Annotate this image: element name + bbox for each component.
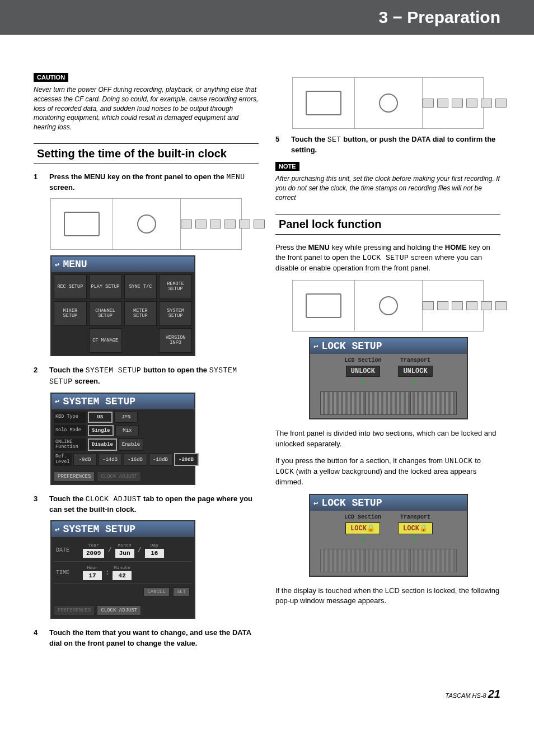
lock-setup-title: LOCK SETUP: [310, 495, 467, 511]
transport-state-button[interactable]: UNLOCK: [398, 366, 432, 377]
menu-item[interactable]: MIXER SETUP: [54, 301, 87, 326]
caution-text: Never turn the power OFF during recordin…: [34, 85, 259, 132]
tab-preferences[interactable]: PREFERENCES: [54, 605, 95, 615]
lock-setup-title: LOCK SETUP: [310, 338, 467, 354]
device-illustration-2: [292, 77, 484, 129]
lock-setup-screen-unlock: LOCK SETUP LCD Section UNLOCK ⬇ Transpor…: [309, 337, 468, 419]
step-3: 3 Touch the CLOCK ADJUST tab to open the…: [34, 494, 259, 515]
lcd-section-label: LCD Section: [344, 357, 381, 363]
option-button[interactable]: Enable: [119, 438, 143, 451]
device-illustration-1: [50, 198, 242, 250]
device-illustration-3: [292, 280, 484, 332]
footer-brand: TASCAM HS-8: [446, 692, 486, 699]
option-button[interactable]: Disable: [88, 438, 117, 451]
minute-field[interactable]: 42: [113, 571, 132, 580]
step-number: 3: [34, 494, 41, 515]
system-setup-screen: SYSTEM SETUP KBD TypeUSJPNSolo ModeSingl…: [50, 393, 195, 485]
section-title-lock: Panel lock function: [275, 214, 500, 235]
lcd-section-label: LCD Section: [344, 514, 381, 520]
menu-item[interactable]: SYNC T/C: [124, 274, 157, 299]
option-button[interactable]: -14dB: [99, 453, 122, 466]
lock-icon: 🔒: [367, 525, 375, 533]
menu-screen-title: MENU: [51, 256, 194, 272]
menu-item[interactable]: REMOTE SETUP: [159, 274, 192, 299]
clock-adjust-screen: SYSTEM SETUP DATE Year2009 / MonthJun / …: [50, 520, 195, 619]
step-text: Touch the SYSTEM SETUP button to open th…: [49, 365, 259, 386]
clock-adjust-title: SYSTEM SETUP: [51, 521, 194, 537]
panel-diagram-dimmed: [320, 549, 456, 572]
option-button[interactable]: JPN: [114, 412, 138, 423]
step-text: Press the MENU key on the front panel to…: [49, 172, 259, 193]
hour-field[interactable]: 17: [83, 571, 102, 580]
step-number: 2: [34, 365, 41, 386]
panel-diagram: [320, 391, 456, 415]
menu-item[interactable]: PLAY SETUP: [89, 274, 122, 299]
system-setup-title: SYSTEM SETUP: [51, 394, 194, 409]
row-label: Ref. Level: [54, 453, 72, 466]
menu-item[interactable]: CHANNEL SETUP: [89, 301, 122, 326]
menu-screen: MENU REC SETUPPLAY SETUPSYNC T/CREMOTE S…: [50, 255, 195, 356]
time-label: TIME: [56, 570, 78, 576]
set-button[interactable]: SET: [173, 587, 190, 596]
lcd-section-state-button[interactable]: UNLOCK: [346, 366, 380, 377]
transport-label: Transport: [400, 514, 430, 520]
panel-lock-p2: The front panel is divided into two sect…: [275, 428, 500, 449]
month-field[interactable]: Jun: [115, 549, 134, 558]
step-5: 5 Touch the SET button, or push the DATA…: [275, 134, 500, 155]
menu-item[interactable]: METER SETUP: [124, 301, 157, 326]
panel-lock-p4: If the display is touched when the LCD s…: [275, 586, 500, 606]
page-footer: TASCAM HS-8 21: [0, 688, 534, 701]
lock-icon: 🔒: [419, 525, 428, 533]
cancel-button[interactable]: CANCEL: [143, 587, 169, 596]
step-text: Touch the item that you want to change, …: [49, 628, 259, 648]
arrow-down-icon: ⬇: [413, 536, 418, 545]
chapter-title: 3 − Preparation: [378, 8, 500, 26]
step-2: 2 Touch the SYSTEM SETUP button to open …: [34, 365, 259, 386]
transport-label: Transport: [400, 357, 430, 363]
arrow-down-icon: ⬇: [413, 379, 418, 388]
step-number: 4: [34, 628, 41, 648]
option-button[interactable]: US: [88, 412, 113, 423]
day-field[interactable]: 16: [145, 549, 164, 558]
transport-state-button[interactable]: LOCK🔒: [398, 522, 433, 534]
menu-item[interactable]: VERSION INFO: [159, 328, 192, 353]
step-1: 1 Press the MENU key on the front panel …: [34, 172, 259, 193]
chapter-header: 3 − Preparation: [0, 0, 534, 35]
page-number: 21: [488, 688, 500, 700]
section-title-clock: Setting the time of the built-in clock: [34, 143, 259, 164]
panel-lock-p1: Press the MENU key while pressing and ho…: [275, 242, 500, 274]
option-button[interactable]: -16dB: [124, 453, 147, 466]
menu-item: [54, 328, 87, 352]
tab-clock-adjust[interactable]: CLOCK ADJUST: [97, 605, 141, 615]
date-label: DATE: [56, 547, 78, 553]
note-label: NOTE: [275, 162, 299, 171]
lock-setup-screen-lock: LOCK SETUP LCD Section LOCK🔒 ⬇ Transport…: [309, 494, 468, 577]
arrow-down-icon: ⬇: [360, 536, 366, 545]
option-button[interactable]: -18dB: [149, 453, 172, 466]
panel-lock-p3: If you press the button for a section, i…: [275, 456, 500, 488]
option-button[interactable]: -9dB: [73, 453, 97, 466]
menu-item[interactable]: SYSTEM SETUP: [159, 301, 192, 326]
tab-clock-adjust[interactable]: CLOCK ADJUST: [97, 472, 141, 482]
option-button[interactable]: -20dB: [174, 453, 199, 466]
row-label: KBD Type: [54, 412, 86, 423]
option-button[interactable]: Mix: [115, 425, 139, 436]
year-field[interactable]: 2009: [83, 549, 104, 558]
arrow-down-icon: ⬇: [360, 379, 366, 388]
step-text: Touch the SET button, or push the DATA d…: [291, 134, 500, 155]
row-label: Solo Mode: [54, 425, 86, 436]
menu-item[interactable]: REC SETUP: [54, 274, 87, 299]
caution-label: CAUTION: [34, 73, 68, 82]
note-text: After purchasing this unit, set the cloc…: [275, 174, 500, 202]
tab-preferences[interactable]: PREFERENCES: [54, 472, 95, 482]
step-number: 1: [34, 172, 41, 193]
lcd-section-state-button[interactable]: LOCK🔒: [345, 522, 380, 534]
menu-item[interactable]: CF MANAGE: [89, 328, 122, 353]
menu-item: [124, 328, 157, 352]
step-number: 5: [275, 134, 283, 155]
step-text: Touch the CLOCK ADJUST tab to open the p…: [49, 494, 259, 515]
step-4: 4 Touch the item that you want to change…: [34, 628, 259, 648]
row-label: ONLINE Function: [54, 438, 86, 451]
option-button[interactable]: Single: [88, 425, 114, 436]
